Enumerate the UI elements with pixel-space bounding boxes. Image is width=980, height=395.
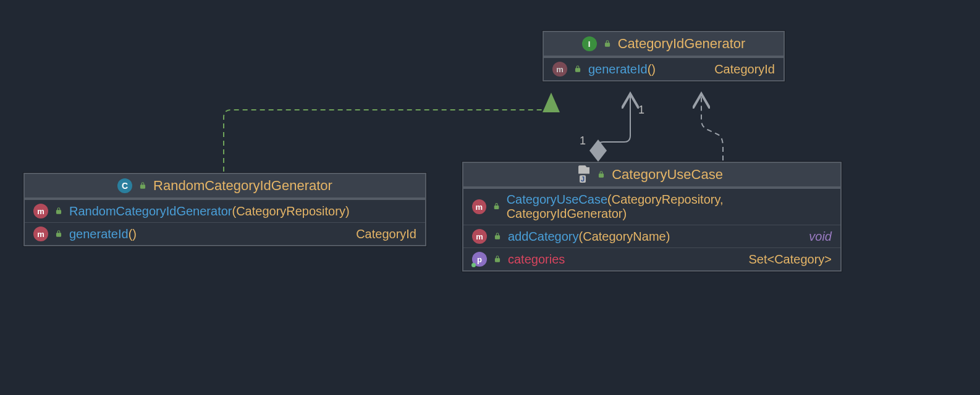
- method-icon: m: [472, 199, 486, 214]
- member-row[interactable]: p categories Set<Category>: [463, 247, 840, 270]
- multiplicity-label: 1: [580, 135, 586, 148]
- member-row[interactable]: m generateId() CategoryId: [544, 58, 784, 80]
- method-icon: m: [472, 229, 487, 244]
- member-row[interactable]: m generateId() CategoryId: [25, 222, 425, 245]
- class-header: J CategoryUseCase: [463, 163, 840, 188]
- class-category-id-generator[interactable]: I CategoryIdGenerator m generateId() Cat…: [543, 31, 785, 81]
- property-icon: p: [472, 252, 487, 267]
- class-header: C RandomCategoryIdGenerator: [25, 174, 425, 199]
- lock-icon: [492, 202, 501, 211]
- member-signature: addCategory(CategoryName): [508, 230, 670, 244]
- lock-icon: [138, 181, 147, 190]
- return-type: CategoryId: [356, 227, 416, 241]
- member-signature: generateId(): [69, 227, 137, 241]
- class-header: I CategoryIdGenerator: [544, 32, 784, 57]
- method-icon: m: [33, 227, 48, 241]
- class-random-category-id-generator[interactable]: C RandomCategoryIdGenerator m RandomCate…: [23, 173, 426, 246]
- class-category-use-case[interactable]: J CategoryUseCase m CategoryUseCase(Cate…: [462, 162, 842, 272]
- java-file-icon: J: [581, 168, 587, 182]
- class-title: CategoryIdGenerator: [618, 36, 746, 52]
- lock-icon: [54, 230, 63, 238]
- lock-icon: [573, 65, 582, 73]
- method-icon: m: [552, 62, 567, 77]
- member-signature: CategoryUseCase(CategoryRepository, Cate…: [507, 193, 826, 221]
- return-type: Set<Category>: [748, 252, 832, 267]
- member-signature: generateId(): [588, 62, 656, 77]
- interface-icon: I: [582, 36, 597, 51]
- class-title: RandomCategoryIdGenerator: [153, 178, 332, 194]
- member-row[interactable]: m CategoryUseCase(CategoryRepository, Ca…: [463, 189, 840, 225]
- lock-icon: [597, 170, 606, 179]
- lock-icon: [603, 40, 612, 48]
- lock-icon: [54, 207, 63, 215]
- return-type: CategoryId: [714, 62, 775, 77]
- member-signature: RandomCategoryIdGenerator(CategoryReposi…: [69, 204, 350, 218]
- member-row[interactable]: m addCategory(CategoryName) void: [463, 225, 840, 247]
- member-row[interactable]: m RandomCategoryIdGenerator(CategoryRepo…: [25, 200, 425, 222]
- uml-diagram-canvas[interactable]: 1 1 I CategoryIdGenerator m generateId()…: [0, 0, 980, 395]
- return-type: void: [809, 230, 832, 244]
- lock-icon: [493, 232, 502, 241]
- property-name: categories: [508, 252, 565, 267]
- lock-icon: [493, 255, 502, 264]
- multiplicity-label: 1: [638, 104, 644, 117]
- class-title: CategoryUseCase: [612, 167, 723, 183]
- class-icon: C: [117, 178, 132, 193]
- method-icon: m: [33, 204, 48, 218]
